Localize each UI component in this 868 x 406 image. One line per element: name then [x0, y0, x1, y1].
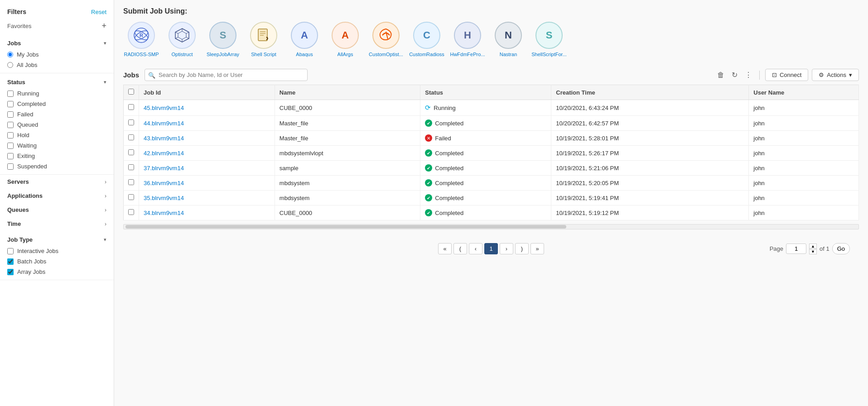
batch-jobs-label[interactable]: Batch Jobs — [17, 258, 46, 265]
delete-button[interactable]: 🗑 — [715, 70, 726, 80]
applications-section[interactable]: Applications › — [0, 189, 114, 203]
array-jobs-label[interactable]: Array Jobs — [17, 268, 45, 275]
job-id-link[interactable]: 43.blrvm9vm14 — [144, 135, 184, 142]
submit-title: Submit Job Using: — [123, 7, 859, 15]
interactive-jobs-checkbox[interactable] — [7, 248, 14, 254]
next-page-button[interactable]: › — [500, 243, 513, 254]
horizontal-scrollbar[interactable] — [123, 224, 859, 229]
completed-status-icon: ✔ — [425, 194, 432, 201]
app-radioss-smp[interactable]: R RADIOSS-SMP — [123, 22, 159, 57]
job-name-cell: mbdsystemlvlopt — [275, 146, 420, 161]
next-paren-button[interactable]: ) — [515, 243, 529, 254]
running-checkbox[interactable] — [7, 91, 14, 97]
app-customoptist[interactable]: CustomOptist... — [368, 22, 404, 57]
job-id-link[interactable]: 36.blrvm9vm14 — [144, 180, 184, 186]
page-input[interactable] — [786, 244, 806, 254]
job-status-cell: ✔Completed — [420, 205, 551, 220]
my-jobs-label[interactable]: My Jobs — [17, 51, 39, 58]
page-down-btn[interactable]: ▼ — [809, 249, 817, 254]
connect-button[interactable]: ⊡ Connect — [765, 69, 808, 81]
queued-checkbox[interactable] — [7, 122, 14, 128]
favorites-add-button[interactable]: + — [101, 22, 106, 30]
queues-section[interactable]: Queues › — [0, 203, 114, 217]
array-jobs-item: Array Jobs — [0, 267, 114, 277]
creation-time-cell: 10/19/2021, 5:21:06 PM — [551, 161, 749, 176]
jobtype-section-header[interactable]: Job Type ▾ — [0, 234, 114, 246]
my-jobs-radio[interactable] — [7, 52, 13, 57]
batch-jobs-checkbox[interactable] — [7, 258, 14, 265]
search-input[interactable] — [145, 69, 308, 81]
suspended-label[interactable]: Suspended — [17, 163, 47, 170]
failed-checkbox[interactable] — [7, 111, 14, 118]
page-up-btn[interactable]: ▲ — [809, 244, 817, 249]
waiting-checkbox[interactable] — [7, 143, 14, 149]
hold-checkbox[interactable] — [7, 132, 14, 139]
app-nastran[interactable]: N Nastran — [490, 22, 526, 57]
row-checkbox[interactable] — [128, 164, 134, 170]
last-page-button[interactable]: » — [530, 243, 544, 254]
jobs-section-header[interactable]: Jobs ▾ — [0, 37, 114, 49]
row-checkbox[interactable] — [128, 119, 134, 125]
actions-button[interactable]: ⚙ Actions ▾ — [812, 69, 859, 81]
queues-label: Queues — [7, 206, 29, 213]
table-row: 42.blrvm9vm14mbdsystemlvlopt✔Completed10… — [124, 146, 859, 161]
prev-page-button[interactable]: ‹ — [469, 243, 482, 254]
current-page-button[interactable]: 1 — [484, 243, 498, 254]
app-allargs-label: AllArgs — [338, 52, 353, 57]
table-row: 43.blrvm9vm14Master_file✕Failed10/19/202… — [124, 131, 859, 146]
completed-label[interactable]: Completed — [17, 100, 46, 107]
status-text: Completed — [435, 150, 463, 157]
select-all-checkbox[interactable] — [128, 89, 134, 95]
running-label[interactable]: Running — [17, 90, 39, 97]
job-id-link[interactable]: 42.blrvm9vm14 — [144, 150, 184, 157]
app-hwfdmpro[interactable]: H HwFdmFePro... — [449, 22, 486, 57]
time-section[interactable]: Time › — [0, 217, 114, 231]
failed-label[interactable]: Failed — [17, 111, 33, 118]
all-jobs-radio[interactable] — [7, 62, 13, 68]
refresh-button[interactable]: ↻ — [730, 70, 739, 80]
exiting-label[interactable]: Exiting — [17, 153, 35, 159]
more-button[interactable]: ⋮ — [743, 70, 754, 80]
status-text: Completed — [435, 120, 463, 127]
creation-time-cell: 10/19/2021, 5:26:17 PM — [551, 146, 749, 161]
app-optistruct[interactable]: Optistruct — [164, 22, 200, 57]
status-suspended-item: Suspended — [0, 161, 114, 172]
app-shell-script[interactable]: Shell Script — [246, 22, 282, 57]
suspended-checkbox[interactable] — [7, 163, 14, 170]
app-allargs[interactable]: A AllArgs — [327, 22, 363, 57]
job-id-link[interactable]: 37.blrvm9vm14 — [144, 165, 184, 172]
row-checkbox[interactable] — [128, 194, 134, 200]
waiting-label[interactable]: Waiting — [17, 142, 37, 149]
row-checkbox[interactable] — [128, 149, 134, 155]
servers-section[interactable]: Servers › — [0, 175, 114, 189]
row-checkbox[interactable] — [128, 179, 134, 185]
page-info: Page ▲ ▼ of 1 Go — [770, 243, 850, 254]
app-shellscriptfor[interactable]: S ShellScriptFor... — [531, 22, 567, 57]
status-section-header[interactable]: Status ▾ — [0, 76, 114, 88]
prev-paren-button[interactable]: ( — [453, 243, 467, 254]
first-page-button[interactable]: « — [438, 243, 452, 254]
row-checkbox-cell — [124, 146, 139, 161]
interactive-jobs-label[interactable]: Interactive Jobs — [17, 248, 58, 254]
row-checkbox[interactable] — [128, 134, 134, 140]
connect-label: Connect — [780, 72, 801, 78]
hold-label[interactable]: Hold — [17, 132, 29, 139]
job-id-link[interactable]: 35.blrvm9vm14 — [144, 195, 184, 201]
job-id-link[interactable]: 45.blrvm9vm14 — [144, 105, 184, 111]
app-abaqus[interactable]: A Abaqus — [286, 22, 323, 57]
job-id-link[interactable]: 34.blrvm9vm14 — [144, 210, 184, 216]
app-customradioss[interactable]: C CustomRadioss — [409, 22, 445, 57]
reset-button[interactable]: Reset — [91, 9, 106, 15]
queued-label[interactable]: Queued — [17, 121, 38, 128]
job-id-link[interactable]: 44.blrvm9vm14 — [144, 120, 184, 127]
completed-checkbox[interactable] — [7, 101, 14, 107]
row-checkbox[interactable] — [128, 104, 134, 110]
go-button[interactable]: Go — [832, 243, 850, 254]
all-jobs-label[interactable]: All Jobs — [17, 62, 38, 68]
svg-line-7 — [186, 32, 189, 33]
exiting-checkbox[interactable] — [7, 153, 14, 159]
array-jobs-checkbox[interactable] — [7, 269, 14, 275]
jobs-header: Jobs 🔍 🗑 ↻ ⋮ ⊡ Connect ⚙ Actions ▾ — [123, 69, 859, 81]
app-sleepjobarray[interactable]: S SleepJobArray — [205, 22, 241, 57]
row-checkbox[interactable] — [128, 209, 134, 215]
